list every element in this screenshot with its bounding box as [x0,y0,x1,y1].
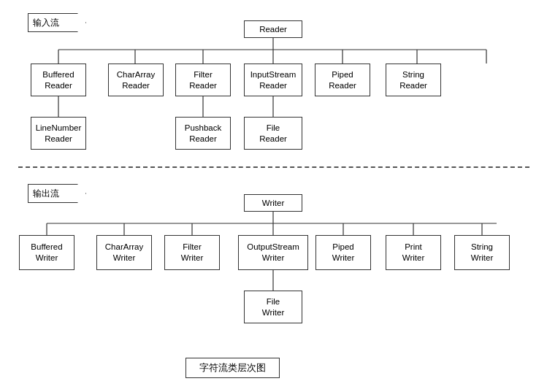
chararray-writer-node: CharArrayWriter [96,235,152,270]
filter-writer-node: FilterWriter [164,235,220,270]
chararray-reader-node: CharArrayReader [108,64,164,96]
linenumber-reader-node: LineNumberReader [31,117,86,150]
section-divider [18,166,529,168]
buffered-writer-node: BufferedWriter [19,235,74,270]
file-reader-node: FileReader [244,117,302,150]
file-writer-node: FileWriter [244,291,302,323]
pushback-reader-node: PushbackReader [175,117,231,150]
outputstream-writer-node: OutputStreamWriter [238,235,308,270]
inputstream-reader-node: InputStreamReader [244,64,302,96]
filter-reader-node: FilterReader [175,64,231,96]
diagram-container: 输入流 Reader BufferedReader CharArrayReade… [0,0,547,392]
buffered-reader-node: BufferedReader [31,64,86,96]
piped-writer-node: PipedWriter [315,235,371,270]
input-label: 输入流 [28,13,86,32]
string-reader-node: StringReader [386,64,441,96]
diagram-title: 字符流类层次图 [185,358,280,378]
piped-reader-node: PipedReader [315,64,370,96]
print-writer-node: PrintWriter [386,235,441,270]
writer-node: Writer [244,194,302,212]
reader-node: Reader [244,20,302,38]
string-writer-node: StringWriter [454,235,510,270]
output-label: 输出流 [28,184,86,203]
